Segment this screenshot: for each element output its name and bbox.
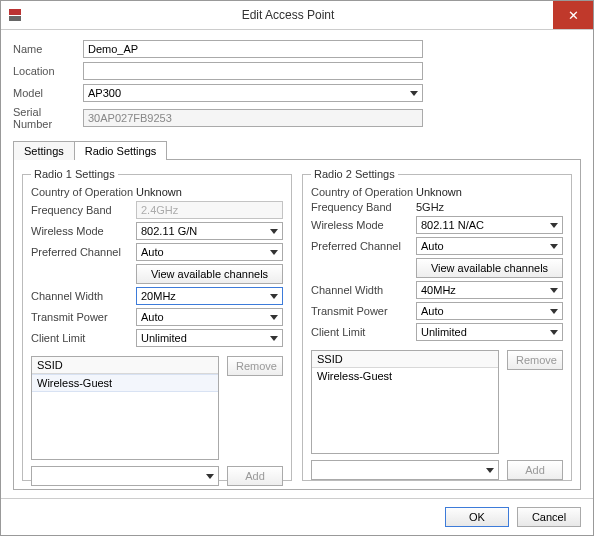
radio2-fieldset: Radio 2 Settings Country of Operation Un… [302,168,572,481]
radio1-ssid-list[interactable]: SSID Wireless-Guest [31,356,219,460]
list-item[interactable]: Wireless-Guest [312,368,498,384]
location-input[interactable] [83,62,423,80]
name-input[interactable] [83,40,423,58]
radio1-country-value: Unknown [136,186,182,198]
cancel-button[interactable]: Cancel [517,507,581,527]
model-label: Model [13,87,83,99]
radio1-freq-select: 2.4GHz [136,201,283,219]
radio2-ssid-header: SSID [312,351,498,368]
list-item[interactable]: Wireless-Guest [32,374,218,392]
radio1-mode-select[interactable]: 802.11 G/N [136,222,283,240]
radio2-width-label: Channel Width [311,284,416,296]
radio2-mode-select[interactable]: 802.11 N/AC [416,216,563,234]
radio2-limit-label: Client Limit [311,326,416,338]
radio1-fieldset: Radio 1 Settings Country of Operation Un… [22,168,292,481]
svg-rect-2 [9,16,21,21]
window-title: Edit Access Point [23,8,553,22]
app-icon [7,7,23,23]
radio2-country-value: Unknown [416,186,462,198]
radio2-ssid-list[interactable]: SSID Wireless-Guest [311,350,499,454]
radio2-view-channels-button[interactable]: View available channels [416,258,563,278]
model-select[interactable]: AP300 [83,84,423,102]
content: Name Location Model AP300 Serial Number … [1,30,593,498]
radio1-mode-label: Wireless Mode [31,225,136,237]
radio1-channel-select[interactable]: Auto [136,243,283,261]
serial-label: Serial Number [13,106,83,130]
radio1-limit-select[interactable]: Unlimited [136,329,283,347]
radio1-remove-button[interactable]: Remove [227,356,283,376]
radio1-width-select[interactable]: 20MHz [136,287,283,305]
close-icon: ✕ [568,8,579,23]
svg-rect-1 [9,9,21,15]
radio1-country-label: Country of Operation [31,186,136,198]
radio1-power-select[interactable]: Auto [136,308,283,326]
dialog-window: Edit Access Point ✕ Name Location Model … [0,0,594,536]
radio2-width-select[interactable]: 40MHz [416,281,563,299]
ok-button[interactable]: OK [445,507,509,527]
radio1-channel-label: Preferred Channel [31,246,136,258]
radio2-freq-value: 5GHz [416,201,444,213]
radio1-freq-label: Frequency Band [31,204,136,216]
footer: OK Cancel [1,498,593,535]
radio1-view-channels-button[interactable]: View available channels [136,264,283,284]
radio2-add-select[interactable] [311,460,499,480]
radio1-power-label: Transmit Power [31,311,136,323]
radio2-freq-label: Frequency Band [311,201,416,213]
radio1-legend: Radio 1 Settings [31,168,118,180]
name-label: Name [13,43,83,55]
radio2-power-select[interactable]: Auto [416,302,563,320]
location-label: Location [13,65,83,77]
radio2-remove-button[interactable]: Remove [507,350,563,370]
titlebar: Edit Access Point ✕ [1,1,593,30]
radio2-mode-label: Wireless Mode [311,219,416,231]
radio1-add-select[interactable] [31,466,219,486]
tab-radio-settings[interactable]: Radio Settings [74,141,168,160]
radio1-ssid-header: SSID [32,357,218,374]
radio2-power-label: Transmit Power [311,305,416,317]
radio2-legend: Radio 2 Settings [311,168,398,180]
radio2-country-label: Country of Operation [311,186,416,198]
tabpanel-radio: Radio 1 Settings Country of Operation Un… [13,159,581,490]
tab-settings[interactable]: Settings [13,141,75,160]
radio1-limit-label: Client Limit [31,332,136,344]
radio1-add-button[interactable]: Add [227,466,283,486]
radio2-add-button[interactable]: Add [507,460,563,480]
serial-input [83,109,423,127]
tabs: Settings Radio Settings [13,140,581,159]
close-button[interactable]: ✕ [553,1,593,29]
radio2-limit-select[interactable]: Unlimited [416,323,563,341]
radio1-width-label: Channel Width [31,290,136,302]
radio2-channel-label: Preferred Channel [311,240,416,252]
radio2-channel-select[interactable]: Auto [416,237,563,255]
